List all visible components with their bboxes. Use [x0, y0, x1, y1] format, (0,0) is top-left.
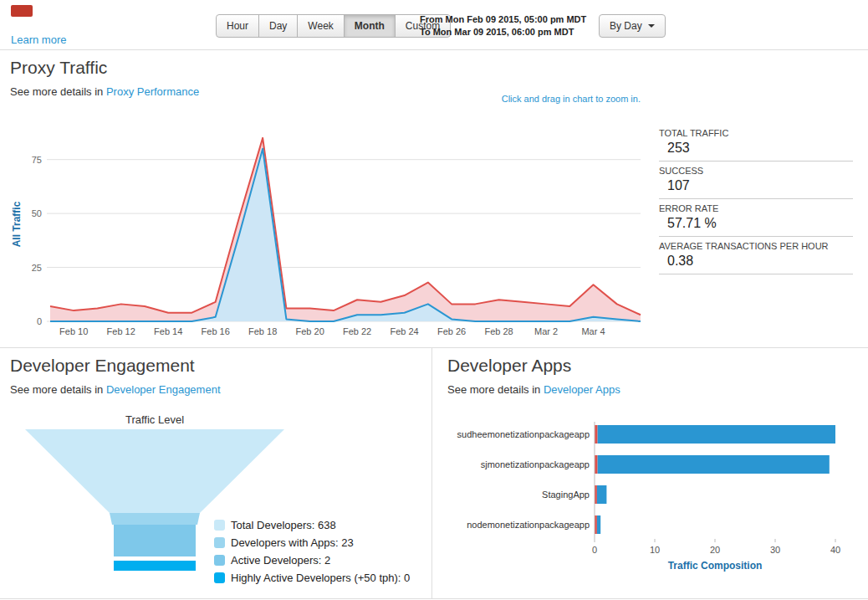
- svg-text:Feb 12: Feb 12: [107, 326, 135, 336]
- legend-label: Total Developers: 638: [231, 519, 336, 531]
- svg-text:Feb 24: Feb 24: [390, 326, 418, 336]
- svg-text:Feb 10: Feb 10: [59, 326, 88, 336]
- proxy-traffic-title: Proxy Traffic: [0, 50, 868, 78]
- svg-text:All Traffic: All Traffic: [11, 201, 23, 247]
- svg-text:sudheemonetizationpackageapp: sudheemonetizationpackageapp: [457, 429, 590, 439]
- proxy-traffic-chart[interactable]: 0255075Feb 10Feb 12Feb 14Feb 16Feb 18Feb…: [7, 115, 651, 343]
- learn-more-link[interactable]: Learn more: [11, 33, 66, 46]
- brand-mark: [11, 5, 33, 17]
- proxy-traffic-subtitle: See more details in Proxy Performance: [0, 78, 868, 98]
- stat-label: AVERAGE TRANSACTIONS PER HOUR: [659, 241, 853, 251]
- svg-text:Feb 22: Feb 22: [343, 326, 371, 336]
- developer-engagement-section: Developer Engagement See more details in…: [0, 348, 432, 598]
- developer-apps-section: Developer Apps See more details in Devel…: [432, 348, 868, 598]
- svg-text:30: 30: [770, 545, 780, 555]
- developer-engagement-link[interactable]: Developer Engagement: [106, 383, 221, 396]
- developer-apps-link[interactable]: Developer Apps: [544, 383, 620, 396]
- developer-engagement-subtitle: See more details in Developer Engagement: [0, 376, 431, 396]
- stat-label: TOTAL TRAFFIC: [659, 128, 853, 138]
- svg-text:50: 50: [32, 208, 42, 218]
- legend-label: Active Developers: 2: [231, 554, 330, 567]
- range-button-hour[interactable]: Hour: [216, 14, 259, 38]
- stat-value: 57.71 %: [659, 213, 853, 234]
- svg-text:sjmonetizationpackageapp: sjmonetizationpackageapp: [481, 459, 590, 469]
- svg-text:Feb 26: Feb 26: [437, 326, 466, 336]
- developer-apps-bar-chart[interactable]: sudheemonetizationpackageappsjmonetizati…: [441, 422, 859, 572]
- svg-text:0: 0: [592, 545, 597, 555]
- subtitle-prefix: See more details in: [447, 383, 544, 396]
- legend-swatch: [214, 572, 225, 583]
- stat-total-traffic: TOTAL TRAFFIC 253: [659, 124, 853, 162]
- svg-text:Feb 18: Feb 18: [248, 326, 277, 336]
- stat-value: 107: [659, 176, 853, 197]
- svg-text:25: 25: [32, 263, 42, 273]
- subtitle-prefix: See more details in: [10, 383, 106, 396]
- stat-value: 0.38: [659, 251, 853, 272]
- funnel-chart-title: Traffic Level: [13, 413, 297, 426]
- bottom-row: Developer Engagement See more details in…: [0, 348, 868, 599]
- date-range-from: From Mon Feb 09 2015, 05:00 pm MDT: [420, 13, 586, 26]
- svg-text:Feb 20: Feb 20: [296, 326, 324, 336]
- from-value: Mon Feb 09 2015, 05:00 pm MDT: [446, 14, 587, 24]
- subtitle-prefix: See more details in: [10, 85, 106, 98]
- stat-success: SUCCESS 107: [659, 162, 853, 199]
- svg-text:Mar 2: Mar 2: [534, 326, 558, 336]
- stat-avg-tph: AVERAGE TRANSACTIONS PER HOUR 0.38: [659, 237, 853, 274]
- legend-item-developers-with-apps: Developers with Apps: 23: [214, 536, 410, 549]
- proxy-performance-link[interactable]: Proxy Performance: [106, 85, 199, 98]
- group-by-label: By Day: [610, 20, 642, 32]
- legend-item-total-developers: Total Developers: 638: [214, 519, 410, 531]
- range-button-day[interactable]: Day: [258, 14, 298, 38]
- legend-swatch: [214, 555, 225, 566]
- legend-swatch: [214, 520, 225, 531]
- svg-text:0: 0: [37, 316, 42, 326]
- date-range-display: From Mon Feb 09 2015, 05:00 pm MDT To Mo…: [420, 13, 586, 38]
- developer-engagement-title: Developer Engagement: [0, 348, 431, 376]
- funnel-legend: Total Developers: 638 Developers with Ap…: [214, 519, 410, 589]
- stat-value: 253: [659, 138, 853, 159]
- legend-label: Developers with Apps: 23: [231, 536, 354, 549]
- legend-label: Highly Active Developers (+50 tph): 0: [231, 572, 410, 584]
- developer-apps-subtitle: See more details in Developer Apps: [432, 376, 868, 396]
- legend-swatch: [214, 537, 225, 548]
- to-label: To: [420, 27, 431, 37]
- date-range-to: To Mon Mar 09 2015, 06:00 pm MDT: [420, 26, 586, 38]
- caret-down-icon: [648, 24, 655, 28]
- stat-error-rate: ERROR RATE 57.71 %: [659, 199, 853, 237]
- svg-text:20: 20: [710, 545, 720, 555]
- svg-text:Traffic Composition: Traffic Composition: [668, 560, 763, 572]
- range-button-month[interactable]: Month: [344, 14, 396, 38]
- svg-text:Feb 16: Feb 16: [202, 326, 230, 336]
- svg-text:StagingApp: StagingApp: [542, 490, 590, 500]
- stat-label: SUCCESS: [659, 166, 853, 176]
- legend-item-highly-active-developers: Highly Active Developers (+50 tph): 0: [214, 572, 410, 584]
- proxy-traffic-section: Proxy Traffic See more details in Proxy …: [0, 50, 868, 348]
- developer-apps-title: Developer Apps: [432, 348, 868, 376]
- chart-zoom-hint: Click and drag in chart to zoom in.: [502, 94, 641, 104]
- group-by-button[interactable]: By Day: [599, 14, 666, 38]
- svg-text:nodemonetizationpackageapp: nodemonetizationpackageapp: [467, 520, 590, 530]
- svg-text:Mar 4: Mar 4: [581, 326, 605, 336]
- top-toolbar: Learn more Hour Day Week Month Custom Fr…: [0, 0, 868, 50]
- legend-item-active-developers: Active Developers: 2: [214, 554, 410, 567]
- stat-label: ERROR RATE: [659, 203, 853, 213]
- svg-text:75: 75: [32, 155, 42, 165]
- to-value: Mon Mar 09 2015, 06:00 pm MDT: [433, 27, 574, 37]
- svg-text:Feb 28: Feb 28: [484, 326, 513, 336]
- svg-text:40: 40: [830, 545, 840, 555]
- proxy-stats-panel: TOTAL TRAFFIC 253 SUCCESS 107 ERROR RATE…: [659, 124, 853, 274]
- range-button-week[interactable]: Week: [297, 14, 344, 38]
- svg-text:10: 10: [650, 545, 660, 555]
- date-range-button-group: Hour Day Week Month Custom: [216, 14, 451, 38]
- from-label: From: [420, 14, 443, 24]
- svg-text:Feb 14: Feb 14: [154, 326, 182, 336]
